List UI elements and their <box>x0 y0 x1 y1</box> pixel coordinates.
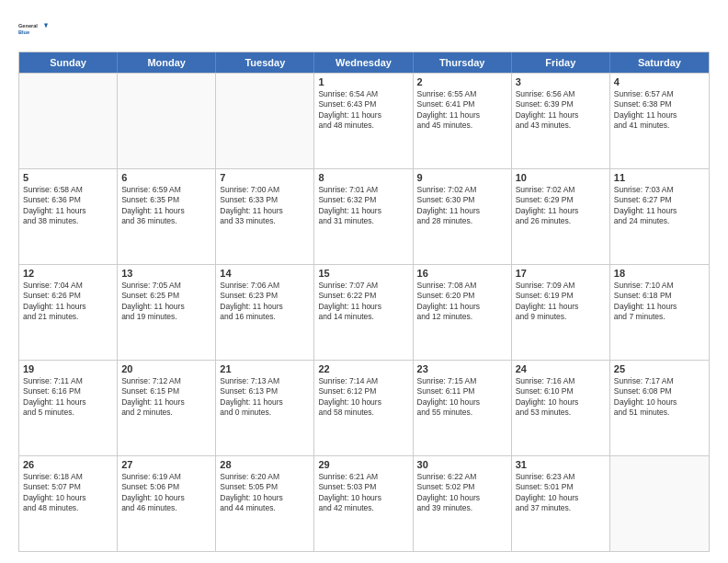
day-number: 20 <box>121 363 211 374</box>
day-cell-22: 22Sunrise: 7:14 AMSunset: 6:12 PMDayligh… <box>314 361 413 455</box>
cell-line: Sunrise: 7:09 AM <box>516 281 606 291</box>
cell-line: Daylight: 11 hours <box>23 397 113 408</box>
svg-marker-2 <box>44 24 48 29</box>
cell-line: Sunset: 6:39 PM <box>516 99 606 109</box>
day-number: 26 <box>23 459 113 470</box>
cell-line: and 45 minutes. <box>417 121 507 131</box>
day-cell-6: 6Sunrise: 6:59 AMSunset: 6:35 PMDaylight… <box>118 169 216 264</box>
cell-line: Daylight: 10 hours <box>417 493 507 503</box>
calendar: SundayMondayTuesdayWednesdayThursdayFrid… <box>18 52 710 552</box>
day-cell-27: 27Sunrise: 6:19 AMSunset: 5:06 PMDayligh… <box>118 456 216 551</box>
day-number: 11 <box>614 172 705 183</box>
cell-line: Sunset: 6:13 PM <box>220 386 310 396</box>
cell-line: Sunrise: 6:56 AM <box>516 89 606 99</box>
day-number: 4 <box>614 76 705 87</box>
day-cell-23: 23Sunrise: 7:15 AMSunset: 6:11 PMDayligh… <box>414 361 512 455</box>
day-cell-4: 4Sunrise: 6:57 AMSunset: 6:38 PMDaylight… <box>610 74 709 168</box>
page: GeneralBlue SundayMondayTuesdayWednesday… <box>0 0 728 563</box>
cell-line: Daylight: 11 hours <box>121 397 211 408</box>
cell-line: Sunrise: 7:07 AM <box>318 281 408 291</box>
cell-line: and 58 minutes. <box>318 408 408 418</box>
cell-line: Sunset: 5:05 PM <box>220 482 310 492</box>
cell-line: Daylight: 10 hours <box>516 397 606 408</box>
cell-line: Sunset: 5:07 PM <box>23 482 113 492</box>
cell-line: Sunset: 6:38 PM <box>614 99 705 109</box>
cell-line: Sunrise: 6:57 AM <box>614 89 705 99</box>
cell-line: and 39 minutes. <box>417 503 507 513</box>
cell-line: and 51 minutes. <box>614 408 705 418</box>
svg-text:General: General <box>18 23 38 29</box>
cell-line: Sunset: 6:08 PM <box>614 386 705 396</box>
cell-line: Daylight: 11 hours <box>614 302 705 312</box>
cell-line: Sunrise: 7:04 AM <box>23 281 113 291</box>
day-cell-7: 7Sunrise: 7:00 AMSunset: 6:33 PMDaylight… <box>216 169 314 264</box>
day-number: 29 <box>318 459 408 470</box>
day-number: 8 <box>318 172 408 183</box>
cell-line: Daylight: 11 hours <box>318 206 408 216</box>
cell-line: Daylight: 11 hours <box>220 302 310 312</box>
day-number: 3 <box>516 76 606 87</box>
cell-line: Sunrise: 6:22 AM <box>417 472 507 482</box>
cell-line: Daylight: 11 hours <box>417 110 507 121</box>
cell-line: Sunset: 6:36 PM <box>23 195 113 205</box>
cell-line: and 44 minutes. <box>220 503 310 513</box>
cell-line: Sunset: 6:30 PM <box>417 195 507 205</box>
day-number: 18 <box>614 268 705 279</box>
day-cell-20: 20Sunrise: 7:12 AMSunset: 6:15 PMDayligh… <box>118 361 216 455</box>
cell-line: Sunrise: 7:13 AM <box>220 376 310 386</box>
cell-line: Sunset: 6:18 PM <box>614 291 705 301</box>
day-number: 1 <box>318 76 408 87</box>
day-number: 16 <box>417 268 507 279</box>
cell-line: Sunset: 6:25 PM <box>121 291 211 301</box>
cell-line: Sunset: 5:06 PM <box>121 482 211 492</box>
cell-line: and 33 minutes. <box>220 216 310 226</box>
svg-text:Blue: Blue <box>18 29 29 35</box>
day-cell-8: 8Sunrise: 7:01 AMSunset: 6:32 PMDaylight… <box>314 169 413 264</box>
cell-line: Sunset: 6:35 PM <box>121 195 211 205</box>
day-cell-30: 30Sunrise: 6:22 AMSunset: 5:02 PMDayligh… <box>414 456 512 551</box>
day-cell-29: 29Sunrise: 6:21 AMSunset: 5:03 PMDayligh… <box>314 456 413 551</box>
cell-line: Sunset: 6:27 PM <box>614 195 705 205</box>
day-cell-empty-0-2 <box>216 74 314 168</box>
day-cell-11: 11Sunrise: 7:03 AMSunset: 6:27 PMDayligh… <box>610 169 709 264</box>
cell-line: Sunset: 6:43 PM <box>318 99 408 109</box>
header: GeneralBlue <box>18 15 710 44</box>
cell-line: and 21 minutes. <box>23 312 113 322</box>
cell-line: Daylight: 10 hours <box>318 493 408 503</box>
cell-line: and 38 minutes. <box>23 216 113 226</box>
calendar-row-3: 19Sunrise: 7:11 AMSunset: 6:16 PMDayligh… <box>19 360 709 455</box>
cell-line: and 16 minutes. <box>220 312 310 322</box>
day-cell-24: 24Sunrise: 7:16 AMSunset: 6:10 PMDayligh… <box>512 361 610 455</box>
day-number: 12 <box>23 268 113 279</box>
cell-line: Daylight: 10 hours <box>516 493 606 503</box>
cell-line: Sunrise: 6:20 AM <box>220 472 310 482</box>
day-number: 25 <box>614 363 705 374</box>
day-cell-3: 3Sunrise: 6:56 AMSunset: 6:39 PMDaylight… <box>512 74 610 168</box>
cell-line: Daylight: 11 hours <box>121 302 211 312</box>
day-number: 19 <box>23 363 113 374</box>
cell-line: Sunset: 6:19 PM <box>516 291 606 301</box>
day-cell-13: 13Sunrise: 7:05 AMSunset: 6:25 PMDayligh… <box>118 265 216 360</box>
cell-line: Sunrise: 7:00 AM <box>220 185 310 195</box>
day-number: 30 <box>417 459 507 470</box>
day-cell-28: 28Sunrise: 6:20 AMSunset: 5:05 PMDayligh… <box>216 456 314 551</box>
cell-line: Daylight: 11 hours <box>417 206 507 216</box>
cell-line: and 7 minutes. <box>614 312 705 322</box>
day-number: 5 <box>23 172 113 183</box>
cell-line: Sunrise: 7:10 AM <box>614 281 705 291</box>
day-number: 7 <box>220 172 310 183</box>
cell-line: and 24 minutes. <box>614 216 705 226</box>
cell-line: Sunset: 6:22 PM <box>318 291 408 301</box>
cell-line: Daylight: 11 hours <box>220 397 310 408</box>
cell-line: Sunrise: 7:05 AM <box>121 281 211 291</box>
cell-line: Daylight: 11 hours <box>121 206 211 216</box>
day-number: 2 <box>417 76 507 87</box>
day-cell-16: 16Sunrise: 7:08 AMSunset: 6:20 PMDayligh… <box>414 265 512 360</box>
header-day-tuesday: Tuesday <box>216 52 314 73</box>
cell-line: Daylight: 11 hours <box>318 302 408 312</box>
cell-line: and 26 minutes. <box>516 216 606 226</box>
calendar-body: 1Sunrise: 6:54 AMSunset: 6:43 PMDaylight… <box>19 73 709 551</box>
cell-line: Daylight: 10 hours <box>121 493 211 503</box>
cell-line: Daylight: 11 hours <box>516 206 606 216</box>
cell-line: Sunrise: 7:02 AM <box>417 185 507 195</box>
